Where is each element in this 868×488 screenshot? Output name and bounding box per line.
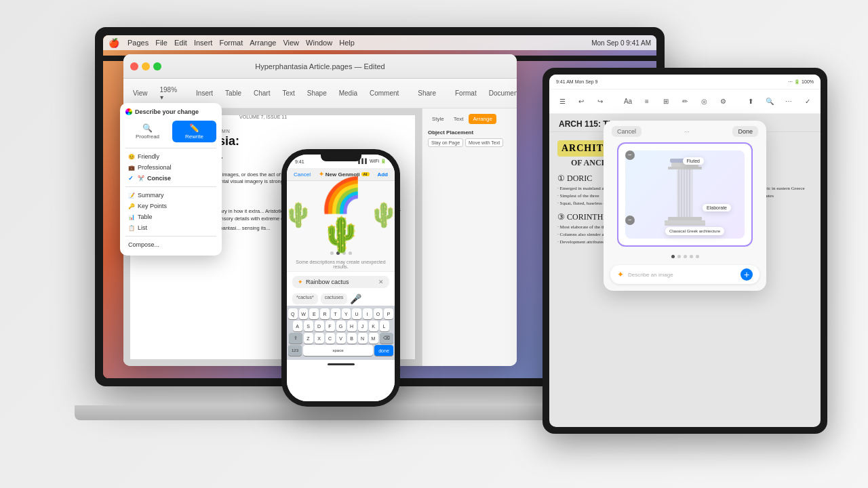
genmoji-cancel-btn[interactable]: Cancel xyxy=(294,171,311,178)
ipad-tool-list[interactable]: ≡ xyxy=(639,94,654,109)
key-r[interactable]: R xyxy=(320,308,330,319)
ipad-cancel-btn[interactable]: Cancel xyxy=(612,126,642,137)
key-d[interactable]: D xyxy=(315,321,324,331)
key-space[interactable]: space xyxy=(303,345,373,356)
ipad-dot-3[interactable] xyxy=(684,255,687,258)
ipad-tool-aa[interactable]: Aa xyxy=(620,94,635,109)
suggestion-cactus[interactable]: *cactus* xyxy=(292,293,318,304)
menu-pages[interactable]: Pages xyxy=(127,39,149,47)
key-u[interactable]: U xyxy=(352,308,361,319)
ipad-tool-share[interactable]: ⬆ xyxy=(743,94,758,109)
key-k[interactable]: K xyxy=(369,321,378,331)
key-j[interactable]: J xyxy=(358,321,368,331)
key-g[interactable]: G xyxy=(336,321,346,331)
ipad-tool-done[interactable]: ✓ xyxy=(800,94,815,109)
proofread-tab[interactable]: 🔍 Proofread xyxy=(125,121,170,142)
ipad-tool-table[interactable]: ⊞ xyxy=(658,94,673,109)
toolbar-media[interactable]: Media xyxy=(335,88,361,98)
key-e[interactable]: E xyxy=(309,308,319,319)
key-shift[interactable]: ⇧ xyxy=(289,333,302,344)
popup-table[interactable]: 📊 Table xyxy=(125,211,216,222)
ipad-dot-1[interactable] xyxy=(671,255,675,258)
toolbar-shape[interactable]: Shape xyxy=(303,88,331,98)
menu-edit[interactable]: Edit xyxy=(174,39,187,47)
key-t[interactable]: T xyxy=(331,308,340,319)
ipad-minus-bottom[interactable]: − xyxy=(625,216,635,225)
ipad-done-btn[interactable]: Done xyxy=(732,126,758,137)
key-v[interactable]: V xyxy=(336,333,346,344)
key-z[interactable]: Z xyxy=(304,333,313,344)
genmoji-search-bar[interactable]: ✦ Rainbow cactus ✕ xyxy=(292,276,389,288)
ipad-tool-search[interactable]: 🔍 xyxy=(762,94,777,109)
menu-help[interactable]: Help xyxy=(339,39,355,47)
popup-friendly[interactable]: 😊 Friendly xyxy=(125,151,216,162)
popup-list[interactable]: 📋 List xyxy=(125,222,216,233)
ipad-tool-lasso[interactable]: ◎ xyxy=(696,94,711,109)
key-x[interactable]: X xyxy=(315,333,324,344)
menu-insert[interactable]: Insert xyxy=(194,39,213,47)
key-c[interactable]: C xyxy=(326,333,335,344)
menu-window[interactable]: Window xyxy=(306,39,332,47)
toolbar-insert[interactable]: Insert xyxy=(192,88,217,98)
key-q[interactable]: Q xyxy=(288,308,298,319)
key-o[interactable]: O xyxy=(374,308,383,319)
key-s[interactable]: S xyxy=(304,321,313,331)
mic-icon[interactable]: 🎤 xyxy=(350,293,361,304)
key-n[interactable]: N xyxy=(358,333,368,344)
genmoji-add-btn[interactable]: Add xyxy=(377,171,388,178)
key-w[interactable]: W xyxy=(299,308,309,319)
toolbar-share[interactable]: Share xyxy=(414,88,440,98)
toolbar-text[interactable]: Text xyxy=(278,88,298,98)
key-y[interactable]: Y xyxy=(342,308,351,319)
describe-plus-btn[interactable]: + xyxy=(741,268,753,281)
toolbar-table[interactable]: Table xyxy=(221,88,245,98)
genmoji-clear-btn[interactable]: ✕ xyxy=(378,279,384,285)
ipad-tool-more[interactable]: ⋯ xyxy=(781,94,796,109)
ipad-tool-menu[interactable]: ☰ xyxy=(555,94,570,109)
key-p[interactable]: P xyxy=(384,308,393,319)
popup-compose[interactable]: Compose... xyxy=(125,239,216,250)
ipad-dot-2[interactable] xyxy=(677,255,681,258)
key-f[interactable]: F xyxy=(326,321,335,331)
emoji-main[interactable]: 🌈🌵 xyxy=(320,176,362,254)
sidebar-tab-arrange[interactable]: Arrange xyxy=(469,114,496,124)
toolbar-comment[interactable]: Comment xyxy=(366,88,403,98)
menu-view[interactable]: View xyxy=(283,39,299,47)
key-m[interactable]: M xyxy=(369,333,378,344)
maximize-button[interactable] xyxy=(153,62,161,70)
sidebar-tab-text[interactable]: Text xyxy=(450,114,468,124)
toolbar-document[interactable]: Document xyxy=(485,88,517,98)
key-i[interactable]: I xyxy=(363,308,372,319)
ipad-tool-redo[interactable]: ↪ xyxy=(593,94,608,109)
popup-professional[interactable]: 💼 Professional xyxy=(125,162,216,173)
stay-on-page-btn[interactable]: Stay on Page xyxy=(428,138,463,147)
key-a[interactable]: A xyxy=(293,321,302,331)
key-backspace[interactable]: ⌫ xyxy=(380,333,393,344)
key-b[interactable]: B xyxy=(347,333,357,344)
popup-concise[interactable]: ✓ ✂️ Concise xyxy=(125,173,216,184)
key-l[interactable]: L xyxy=(380,321,389,331)
ipad-dot-4[interactable] xyxy=(690,255,693,258)
minimize-button[interactable] xyxy=(142,62,150,70)
ipad-tool-settings[interactable]: ⚙ xyxy=(715,94,730,109)
key-h[interactable]: H xyxy=(347,321,357,331)
ipad-describe-bar[interactable]: ✦ Describe an image + xyxy=(610,265,760,284)
ipad-tool-pencil[interactable]: ✏ xyxy=(677,94,692,109)
menu-file[interactable]: File xyxy=(155,39,167,47)
menu-format[interactable]: Format xyxy=(219,39,243,47)
toolbar-format[interactable]: Format xyxy=(451,88,481,98)
sidebar-tab-style[interactable]: Style xyxy=(428,114,448,124)
ipad-dot-5[interactable] xyxy=(696,255,699,258)
toolbar-chart[interactable]: Chart xyxy=(250,88,274,98)
close-button[interactable] xyxy=(130,62,138,70)
toolbar-view[interactable]: View xyxy=(129,88,152,98)
menu-arrange[interactable]: Arrange xyxy=(250,39,276,47)
key-123[interactable]: 123 xyxy=(288,345,302,356)
popup-keypoints[interactable]: 🔑 Key Points xyxy=(125,201,216,211)
ipad-minus-top[interactable]: − xyxy=(625,150,635,160)
suggestion-cactuses[interactable]: cactuses xyxy=(321,293,348,304)
ipad-tool-undo[interactable]: ↩ xyxy=(574,94,589,109)
key-done[interactable]: done xyxy=(374,345,393,356)
toolbar-zoom[interactable]: 198% ▾ xyxy=(156,85,182,102)
move-with-text-btn[interactable]: Move with Text xyxy=(465,138,503,147)
